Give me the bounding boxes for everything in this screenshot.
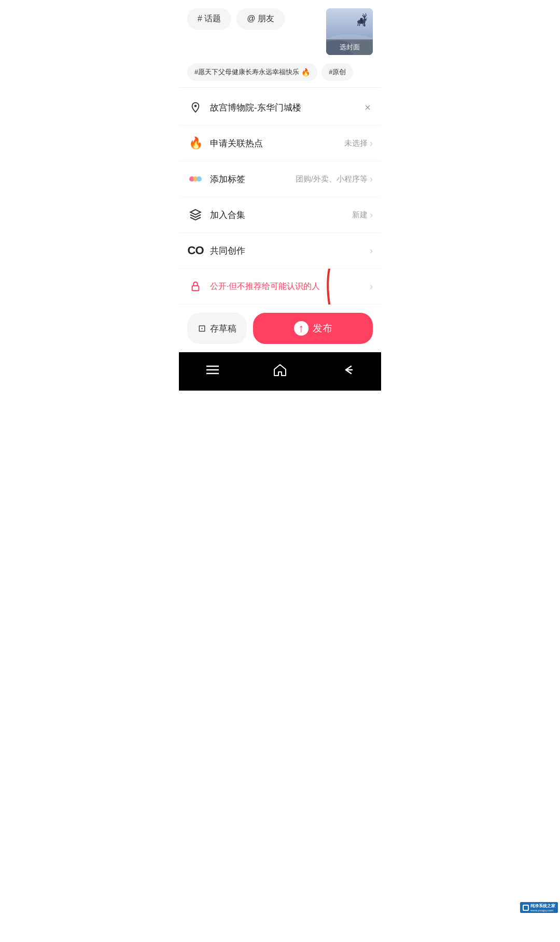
friend-button[interactable]: @ 朋友 — [236, 8, 285, 30]
pin-svg — [190, 102, 201, 113]
svg-line-5 — [358, 23, 358, 26]
hashtag-chip-1[interactable]: #原创 — [321, 63, 353, 81]
svg-point-20 — [194, 105, 197, 107]
lock-svg — [190, 281, 201, 292]
stack-svg — [189, 209, 202, 221]
home-svg — [273, 363, 287, 377]
nav-menu-icon[interactable] — [202, 359, 223, 380]
draft-label: 存草稿 — [210, 323, 236, 335]
draft-button[interactable]: ⊡ 存草稿 — [187, 313, 247, 344]
hot-chevron-icon: › — [370, 138, 373, 149]
stack-icon — [187, 206, 204, 223]
nav-bar — [179, 352, 381, 391]
collection-label: 加入合集 — [210, 209, 352, 221]
svg-rect-12 — [360, 20, 363, 23]
svg-line-6 — [359, 23, 360, 26]
location-label: 故宫博物院-东华门城楼 — [210, 102, 362, 114]
svg-point-23 — [197, 176, 202, 182]
collection-row[interactable]: 加入合集 新建 › — [179, 197, 381, 233]
privacy-label: 公开·但不推荐给可能认识的人 — [210, 281, 368, 292]
svg-line-7 — [363, 23, 363, 26]
hot-topic-row[interactable]: 🔥 申请关联热点 未选择 › — [179, 126, 381, 161]
publish-button[interactable]: ↑ 发布 — [253, 313, 373, 344]
cover-label[interactable]: 选封面 — [326, 39, 373, 55]
topic-button[interactable]: # 话题 — [187, 8, 231, 30]
labels-chevron-icon: › — [370, 174, 373, 185]
nav-back-icon[interactable] — [337, 359, 358, 380]
publish-label: 发布 — [313, 322, 332, 335]
lock-icon — [187, 278, 204, 295]
labels-icon — [187, 171, 204, 187]
location-icon — [187, 99, 204, 116]
hashtag-section: #愿天下父母健康长寿永远幸福快乐 🔥 #原创 — [179, 59, 381, 85]
svg-rect-24 — [192, 286, 199, 290]
tag-buttons: # 话题 @ 朋友 — [187, 8, 320, 30]
collection-chevron-icon: › — [370, 210, 373, 220]
menu-section: 故宫博物院-东华门城楼 × 🔥 申请关联热点 未选择 › 添加标签 团购/外卖、… — [179, 90, 381, 304]
location-row[interactable]: 故宫博物院-东华门城楼 × — [179, 90, 381, 126]
publish-icon: ↑ — [294, 321, 309, 336]
hamburger-svg — [206, 365, 219, 375]
hashtag-text-1: #原创 — [329, 67, 346, 77]
co-icon: CO — [187, 242, 204, 259]
labels-label: 添加标签 — [210, 173, 296, 185]
collection-value: 新建 — [352, 210, 368, 220]
divider-1 — [179, 87, 381, 88]
hot-label: 申请关联热点 — [210, 137, 344, 149]
co-create-chevron-icon: › — [370, 245, 373, 256]
back-svg — [341, 363, 354, 377]
hot-icon: 🔥 — [187, 135, 204, 151]
fire-emoji-0: 🔥 — [301, 68, 310, 76]
labels-svg — [188, 174, 203, 184]
labels-value: 团购/外卖、小程序等 — [296, 174, 368, 184]
nav-home-icon[interactable] — [270, 359, 290, 380]
labels-row[interactable]: 添加标签 团购/外卖、小程序等 › — [179, 161, 381, 197]
cover-image-container[interactable]: 选封面 — [326, 8, 373, 55]
location-close-button[interactable]: × — [362, 100, 373, 116]
draft-icon: ⊡ — [198, 323, 206, 334]
hot-value: 未选择 — [344, 138, 368, 148]
co-create-row[interactable]: CO 共同创作 › — [179, 233, 381, 269]
top-section: # 话题 @ 朋友 — [179, 0, 381, 59]
privacy-row[interactable]: 公开·但不推荐给可能认识的人 › — [179, 269, 381, 304]
hashtag-chip-0[interactable]: #愿天下父母健康长寿永远幸福快乐 🔥 — [187, 63, 317, 81]
privacy-chevron-icon: › — [370, 281, 373, 292]
hashtag-text-0: #愿天下父母健康长寿永远幸福快乐 — [194, 67, 299, 77]
co-create-label: 共同创作 — [210, 245, 370, 257]
bottom-bar: ⊡ 存草稿 ↑ 发布 — [179, 304, 381, 352]
privacy-section: 公开·但不推荐给可能认识的人 › — [179, 269, 381, 304]
